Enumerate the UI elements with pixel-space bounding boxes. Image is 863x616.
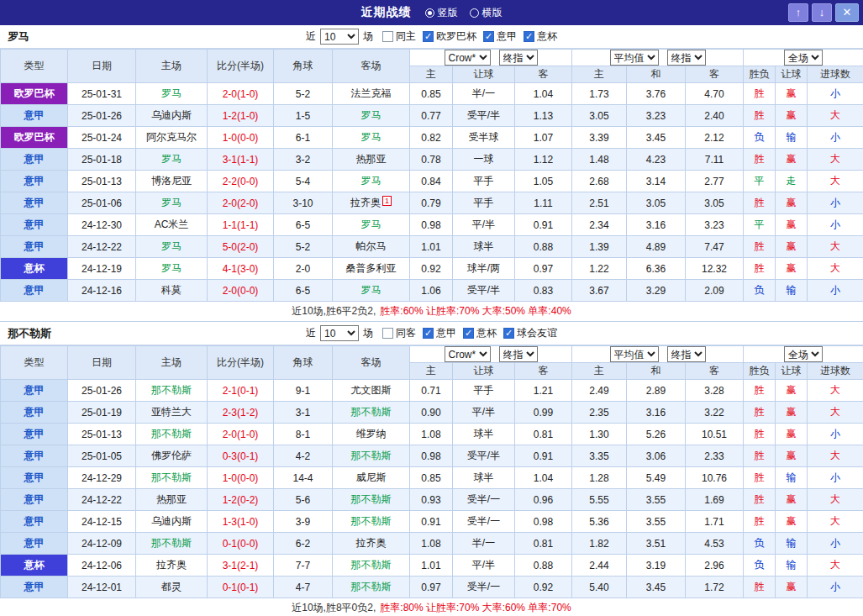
cell-avg-away: 12.32 <box>686 258 744 280</box>
cell-avg-home: 3.39 <box>572 127 627 149</box>
cell-away-team: 尤文图斯 <box>333 380 410 402</box>
table-row: 意甲24-12-22热那亚1-2(0-2)5-6那不勒斯0.93受半/一0.96… <box>1 489 863 511</box>
odds-source-select[interactable]: Crow* <box>445 50 491 66</box>
team-section-napoli: 那不勒斯 近 10 场 同客意甲意杯球会友谊 类型 日期 主场 比分(半场) 角… <box>0 322 863 616</box>
cell-odds-away: 0.98 <box>515 511 572 533</box>
cell-score: 5-0(2-0) <box>208 236 274 258</box>
cell-away-team: 罗马 <box>333 171 410 192</box>
fulltime-select[interactable]: 全场 <box>784 50 823 66</box>
cell-corners: 6-5 <box>274 214 333 236</box>
cell-avg-away: 2.33 <box>686 445 744 467</box>
recent-count-select[interactable]: 10 <box>320 325 359 341</box>
cell-avg-home: 2.49 <box>572 380 627 402</box>
cell-odds-handicap: 受半/一 <box>453 577 515 598</box>
cell-away-team: 罗马 <box>333 280 410 302</box>
average-time-select[interactable]: 终指 <box>667 346 706 362</box>
cell-type: 意甲 <box>1 489 68 511</box>
cell-away-team: 罗马 <box>333 214 410 236</box>
table-row: 意杯24-12-19罗马4-1(3-0)2-0桑普多利亚0.92球半/两0.97… <box>1 258 863 280</box>
table-row: 意甲25-01-26那不勒斯2-1(0-1)9-1尤文图斯0.71平手1.212… <box>1 380 863 402</box>
filter-checkbox-label: 同客 <box>396 326 416 340</box>
table-row: 意甲25-01-19亚特兰大2-3(1-2)3-1那不勒斯0.90平/半0.99… <box>1 402 863 424</box>
layout-radio-horizontal[interactable]: 横版 <box>470 6 503 20</box>
cell-away-team: 帕尔马 <box>333 236 410 258</box>
fulltime-select[interactable]: 全场 <box>784 346 823 362</box>
cell-odds-handicap: 半/一 <box>453 83 515 105</box>
summary-rates: 胜率:60% 让胜率:70% 大率:50% 单率:40% <box>380 304 571 319</box>
column-header-date: 日期 <box>68 50 136 83</box>
filter-checkbox[interactable]: 意杯 <box>463 326 497 340</box>
cell-goals-result: 小 <box>808 192 863 214</box>
filter-checkbox[interactable]: 球会友谊 <box>503 326 557 340</box>
table-row: 意甲24-12-29那不勒斯1-0(0-0)14-4威尼斯0.85球半1.041… <box>1 467 863 489</box>
column-header-home: 主场 <box>136 346 208 380</box>
cell-date: 24-12-22 <box>68 236 136 258</box>
cell-handicap-result: 输 <box>776 555 808 577</box>
cell-result: 胜 <box>744 149 776 171</box>
cell-type: 意甲 <box>1 511 68 533</box>
filter-checkbox[interactable]: 同主 <box>382 29 416 44</box>
checkbox-icon <box>423 328 434 339</box>
cell-goals-result: 大 <box>808 258 863 280</box>
cell-odds-away: 0.83 <box>515 280 572 302</box>
summary-record: 近10场,胜8平0负2, <box>292 601 376 615</box>
radio-label: 横版 <box>482 6 503 20</box>
cell-home-team: 乌迪内斯 <box>136 511 208 533</box>
cell-odds-home: 0.97 <box>410 577 453 598</box>
layout-radio-vertical[interactable]: 竖版 <box>425 6 458 20</box>
cell-odds-handicap: 受半/一 <box>453 511 515 533</box>
cell-corners: 9-1 <box>274 380 333 402</box>
filter-checkbox[interactable]: 欧罗巴杯 <box>423 29 476 44</box>
cell-date: 24-12-19 <box>68 258 136 280</box>
scroll-up-button[interactable]: ↑ <box>788 3 808 22</box>
filter-checkbox-label: 意杯 <box>537 29 557 44</box>
filter-checkbox[interactable]: 同客 <box>382 326 416 340</box>
checkbox-icon <box>423 31 434 42</box>
recent-label: 近 <box>306 29 316 44</box>
cell-score: 2-0(1-0) <box>208 83 274 105</box>
odds-time-select[interactable]: 终指 <box>499 50 538 66</box>
filter-checkbox[interactable]: 意杯 <box>524 29 557 44</box>
cell-avg-draw: 3.55 <box>627 511 686 533</box>
cell-date: 24-12-29 <box>68 467 136 489</box>
filter-checkbox[interactable]: 意甲 <box>423 326 456 340</box>
cell-result: 胜 <box>744 236 776 258</box>
cell-goals-result: 小 <box>808 424 863 445</box>
cell-type: 意甲 <box>1 533 68 555</box>
team-section-header: 罗马 近 10 场 同主欧罗巴杯意甲意杯 <box>0 25 863 49</box>
odds-source-select[interactable]: Crow* <box>445 346 491 362</box>
filter-checkbox[interactable]: 意甲 <box>483 29 517 44</box>
table-row: 意甲24-12-01都灵0-1(0-1)4-7那不勒斯0.97受半/一0.925… <box>1 577 863 598</box>
checkbox-icon <box>524 31 534 42</box>
checkbox-icon <box>483 31 494 42</box>
column-header-home: 主场 <box>136 50 208 83</box>
cell-avg-home: 2.68 <box>572 171 627 192</box>
cell-corners: 7-7 <box>274 555 333 577</box>
cell-corners: 3-1 <box>274 402 333 424</box>
cell-score: 0-3(0-1) <box>208 445 274 467</box>
cell-handicap-result: 赢 <box>776 424 808 445</box>
cell-avg-away: 3.28 <box>686 380 744 402</box>
scroll-down-button[interactable]: ↓ <box>812 3 832 22</box>
table-row: 意甲24-12-16科莫2-0(0-0)6-5罗马1.06受平/半0.833.6… <box>1 280 863 302</box>
average-select[interactable]: 平均值 <box>610 346 659 362</box>
cell-type: 意甲 <box>1 192 68 214</box>
cell-date: 24-12-06 <box>68 555 136 577</box>
cell-avg-draw: 3.16 <box>627 402 686 424</box>
cell-avg-away: 3.23 <box>686 214 744 236</box>
average-select[interactable]: 平均值 <box>610 50 659 66</box>
odds-time-select[interactable]: 终指 <box>499 346 538 362</box>
cell-goals-result: 大 <box>808 555 863 577</box>
table-row: 意甲25-01-18罗马3-1(1-1)3-2热那亚0.78一球1.121.48… <box>1 149 863 171</box>
fulltime-group-header: 全场 <box>744 50 863 66</box>
close-button[interactable]: ✕ <box>835 3 859 22</box>
column-header-result: 胜负 <box>744 66 776 83</box>
cell-away-team: 威尼斯 <box>333 467 410 489</box>
average-time-select[interactable]: 终指 <box>667 50 706 66</box>
cell-odds-home: 0.78 <box>410 149 453 171</box>
cell-handicap-result: 赢 <box>776 236 808 258</box>
cell-goals-result: 大 <box>808 445 863 467</box>
recent-count-select[interactable]: 10 <box>320 29 359 45</box>
cell-avg-home: 2.44 <box>572 555 627 577</box>
team-name: 那不勒斯 <box>8 326 51 341</box>
